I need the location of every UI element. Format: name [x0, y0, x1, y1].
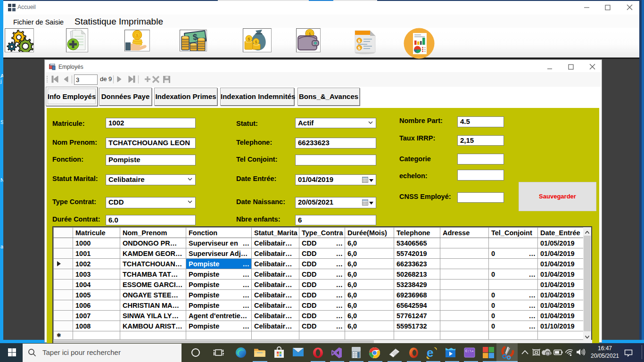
svg-text:C:\•: C:\•: [465, 349, 474, 353]
svg-text:$: $: [255, 40, 257, 44]
svg-text:$: $: [248, 37, 250, 41]
svg-text:$: $: [136, 33, 138, 38]
svg-text:$: $: [358, 38, 361, 43]
svg-text:$: $: [358, 45, 361, 50]
